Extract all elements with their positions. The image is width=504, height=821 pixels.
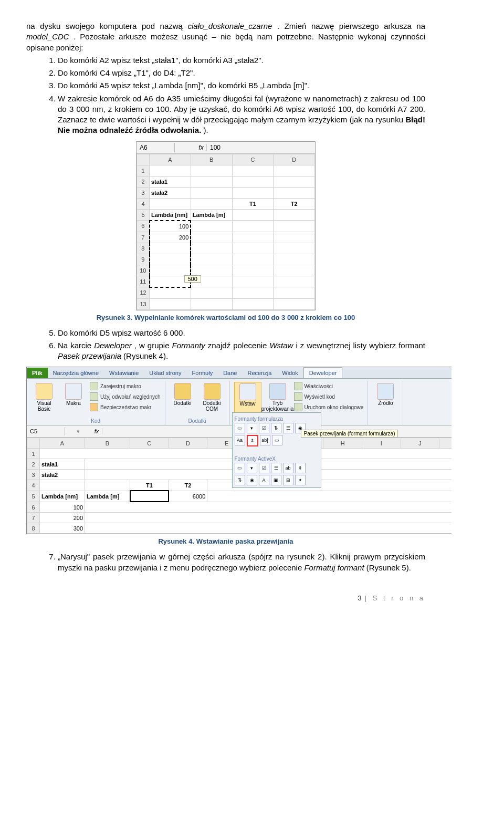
cell-D4[interactable]: T2	[274, 198, 315, 209]
cell-A5[interactable]: Lambda [nm]	[150, 209, 191, 221]
row-7[interactable]: 7	[137, 232, 150, 243]
cell-A6[interactable]: 100	[150, 221, 191, 232]
corner[interactable]	[137, 154, 150, 165]
ax-image-icon[interactable]: ▣	[271, 475, 281, 485]
col2-A[interactable]: A	[40, 438, 85, 449]
tab-home[interactable]: Narzędzia główne	[48, 368, 104, 378]
btn-visual-basic[interactable]: Visual Basic	[31, 382, 57, 413]
btn-relative-refs[interactable]: Użyj odwołań względnych	[90, 392, 161, 401]
tab-file[interactable]: Plik	[27, 368, 48, 378]
ax-button-icon[interactable]: ▭	[235, 463, 245, 473]
r2-6[interactable]: 6	[27, 502, 40, 513]
ax-toggle-icon[interactable]: ⊞	[283, 475, 293, 485]
ax-more-icon[interactable]: ✦	[295, 475, 306, 485]
fc-spinner-icon[interactable]: ⇅	[271, 423, 281, 433]
r2-4[interactable]: 4	[27, 480, 40, 491]
r2-5[interactable]: 5	[27, 491, 40, 502]
corner-2[interactable]	[27, 438, 40, 449]
row-11[interactable]: 11	[137, 276, 150, 287]
cell-B5[interactable]: Lambda [m]	[191, 209, 232, 221]
ax-option-icon[interactable]: ◉	[247, 475, 257, 485]
formula-bar[interactable]: 100	[207, 143, 315, 152]
row-1[interactable]: 1	[137, 165, 150, 176]
c2-A7[interactable]: 200	[40, 513, 85, 523]
btn-properties[interactable]: Właściwości	[294, 382, 364, 390]
col2-B[interactable]: B	[85, 438, 130, 449]
c2-A3[interactable]: stała2	[40, 470, 85, 480]
cell-A2[interactable]: stała1	[150, 176, 191, 187]
c2-C5[interactable]	[130, 491, 169, 502]
col-C[interactable]: C	[232, 154, 274, 165]
c2-A2[interactable]: stała1	[40, 459, 85, 470]
r2-1[interactable]: 1	[27, 449, 40, 459]
cell-C4[interactable]: T1	[232, 198, 274, 209]
col-A[interactable]: A	[150, 154, 191, 165]
fc-button-icon[interactable]: ▭	[235, 423, 245, 433]
row-8[interactable]: 8	[137, 243, 150, 254]
col2-C[interactable]: C	[130, 438, 169, 449]
tab-layout[interactable]: Układ strony	[144, 368, 186, 378]
tab-formulas[interactable]: Formuły	[186, 368, 218, 378]
col2-I[interactable]: I	[362, 438, 401, 449]
ax-list-icon[interactable]: ☰	[271, 463, 281, 473]
row-10[interactable]: 10	[137, 265, 150, 276]
r2-2[interactable]: 2	[27, 459, 40, 470]
btn-dodatki-com[interactable]: Dodatki COM	[199, 382, 225, 413]
c2-D4[interactable]: T2	[169, 480, 207, 491]
tab-developer[interactable]: Deweloper	[303, 367, 343, 378]
cell-A7[interactable]: 200	[150, 232, 191, 243]
fc-scrollbar-icon[interactable]: ⇕	[247, 435, 258, 446]
btn-run-dialog[interactable]: Uruchom okno dialogowe	[294, 403, 364, 411]
row-9[interactable]: 9	[137, 254, 150, 265]
r2-7[interactable]: 7	[27, 513, 40, 523]
btn-macro-security[interactable]: Bezpieczeństwo makr	[90, 403, 161, 411]
col2-K[interactable]: K	[439, 438, 452, 449]
btn-record-macro[interactable]: Zarejestruj makro	[90, 382, 161, 390]
tab-insert[interactable]: Wstawianie	[104, 368, 144, 378]
fc-checkbox-icon[interactable]: ☑	[259, 423, 269, 433]
col-B[interactable]: B	[191, 154, 232, 165]
ax-spin-icon[interactable]: ⇅	[235, 475, 245, 485]
fc-combo-icon[interactable]: ▾	[247, 423, 257, 433]
fx-icon[interactable]: fx	[196, 144, 207, 151]
row-6[interactable]: 6	[137, 221, 150, 232]
row-2[interactable]: 2	[137, 176, 150, 187]
c2-A6[interactable]: 100	[40, 502, 85, 513]
col2-J[interactable]: J	[401, 438, 439, 449]
name-box-2[interactable]: C5	[27, 427, 65, 435]
tab-view[interactable]: Widok	[277, 368, 303, 378]
row-12[interactable]: 12	[137, 287, 150, 299]
row-5[interactable]: 5	[137, 209, 150, 221]
ax-label-icon[interactable]: A	[259, 475, 269, 485]
c2-A8[interactable]: 300	[40, 523, 85, 534]
row-3[interactable]: 3	[137, 187, 150, 198]
row-13[interactable]: 13	[137, 298, 150, 309]
row-4[interactable]: 4	[137, 198, 150, 209]
btn-dodatki[interactable]: Dodatki	[170, 382, 196, 413]
ax-text-icon[interactable]: ab	[283, 463, 293, 473]
c2-B5[interactable]: Lambda [m]	[85, 491, 130, 502]
c2-D5[interactable]: 6000	[169, 491, 207, 502]
ax-scroll-icon[interactable]: ⇕	[295, 463, 306, 473]
ax-checkbox-icon[interactable]: ☑	[259, 463, 269, 473]
btn-makra[interactable]: Makra	[60, 382, 87, 413]
col-D[interactable]: D	[274, 154, 315, 165]
cell-A3[interactable]: stała2	[150, 187, 191, 198]
r2-8[interactable]: 8	[27, 523, 40, 534]
c2-C4[interactable]: T1	[130, 480, 169, 491]
tab-review[interactable]: Recenzja	[242, 368, 277, 378]
btn-zrodlo[interactable]: Źródło	[372, 382, 398, 408]
col2-H[interactable]: H	[323, 438, 362, 449]
fc-textfield-icon[interactable]: ab|	[260, 435, 270, 445]
tab-data[interactable]: Dane	[218, 368, 242, 378]
name-box[interactable]: A6	[136, 143, 175, 152]
fc-group-icon[interactable]: ▭	[272, 435, 282, 445]
c2-A5[interactable]: Lambda [nm]	[40, 491, 85, 502]
fx-icon-2[interactable]: fx	[91, 428, 102, 434]
r2-3[interactable]: 3	[27, 470, 40, 480]
ax-combo-icon[interactable]: ▾	[247, 463, 257, 473]
btn-view-code[interactable]: Wyświetl kod	[294, 392, 364, 401]
btn-wstaw[interactable]: Wstaw	[234, 382, 261, 413]
btn-tryb-proj[interactable]: Tryb projektowania	[265, 382, 291, 413]
fc-listbox-icon[interactable]: ☰	[283, 423, 293, 433]
